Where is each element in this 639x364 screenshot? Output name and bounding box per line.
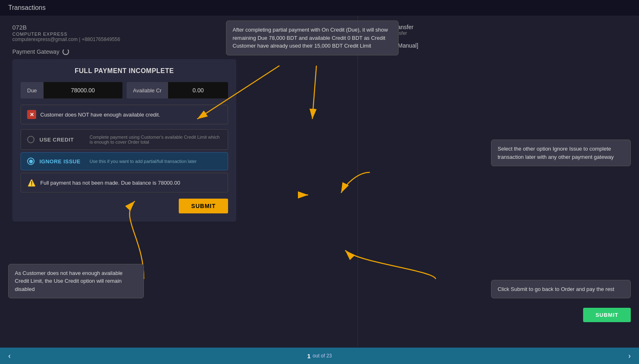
- bank-transfer-option[interactable]: Bank Transfer BankTransfer: [366, 24, 631, 36]
- dialog-submit-button[interactable]: SUBMIT: [179, 199, 228, 213]
- submit-row: SUBMIT: [21, 199, 228, 213]
- page-number: 1: [307, 353, 310, 359]
- dialog-title: FULL PAYMENT INCOMPLETE: [21, 67, 228, 75]
- payment-fields: Due 78000.00 Available Cr 0.00: [21, 82, 228, 98]
- bkash-option[interactable]: BKash [Manual] Manual: [366, 42, 631, 55]
- tooltip-bottom-left: As Customer does not have enough availab…: [8, 264, 144, 299]
- out-of-text: out of 23: [313, 353, 332, 359]
- available-cr-label: Available Cr: [127, 82, 168, 98]
- due-label: Due: [21, 82, 44, 98]
- warning-text: Full payment has not been made. Due bala…: [40, 180, 180, 186]
- prev-button[interactable]: ‹: [8, 352, 11, 360]
- use-credit-desc: Complete payment using Customer's availa…: [90, 135, 221, 144]
- warning-icon: ⚠️: [27, 178, 36, 187]
- dialog-box: FULL PAYMENT INCOMPLETE Due 78000.00 Ava…: [12, 59, 236, 222]
- ignore-issue-desc: Use this if you want to add partial/full…: [90, 159, 221, 164]
- error-message-box: ✕ Customer does NOT have enough availabl…: [21, 105, 228, 124]
- due-field-group: Due 78000.00: [21, 82, 122, 98]
- tooltip-bottom-left-text: As Customer does not have enough availab…: [15, 270, 122, 292]
- ignore-issue-label: IGNORE ISSUE: [39, 158, 85, 165]
- tooltip-right: Select the other option Ignore Issue to …: [491, 140, 631, 166]
- due-value: 78000.00: [44, 82, 122, 98]
- ignore-issue-option[interactable]: IGNORE ISSUE Use this if you want to add…: [21, 152, 228, 170]
- page-info: 1 out of 23: [307, 353, 332, 359]
- use-credit-option[interactable]: USE CREDIT Complete payment using Custom…: [21, 129, 228, 150]
- error-text: Customer does NOT have enough available …: [40, 112, 160, 118]
- payment-gateway-text: Payment Gateway: [12, 48, 59, 55]
- warning-message-box: ⚠️ Full payment has not been made. Due b…: [21, 173, 228, 192]
- tooltip-top: After completing partial payment with On…: [226, 21, 399, 55]
- top-bar: Transactions: [0, 0, 639, 16]
- tooltip-top-text: After completing partial payment with On…: [233, 27, 388, 49]
- page-title: Transactions: [8, 4, 46, 11]
- next-button[interactable]: ›: [628, 352, 631, 360]
- use-credit-label: USE CREDIT: [39, 137, 85, 143]
- available-cr-field-group: Available Cr 0.00: [127, 82, 228, 98]
- bottom-bar: ‹ 1 out of 23 ›: [0, 348, 639, 364]
- tooltip-bottom-right: Click Submit to go back to Order and pay…: [491, 280, 631, 299]
- tooltip-right-text: Select the other option Ignore Issue to …: [498, 146, 614, 160]
- tooltip-bottom-right-text: Click Submit to go back to Order and pay…: [498, 286, 614, 292]
- ignore-issue-radio[interactable]: [27, 158, 35, 165]
- right-submit-button[interactable]: SUBMIT: [583, 308, 631, 322]
- use-credit-radio[interactable]: [27, 136, 35, 143]
- refresh-icon[interactable]: [62, 48, 69, 55]
- error-icon: ✕: [27, 110, 36, 119]
- available-cr-value: 0.00: [168, 82, 228, 98]
